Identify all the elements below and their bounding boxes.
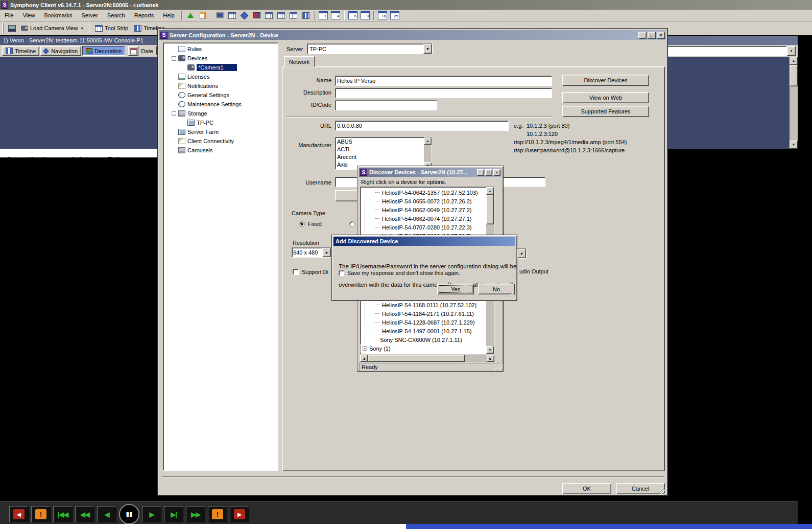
ok-button[interactable]: OK	[562, 483, 611, 494]
scroll-right-button[interactable]: ▶	[487, 355, 494, 362]
supported-features-button[interactable]: Supported Features	[562, 106, 649, 117]
tree-item-general-settings[interactable]: General Settings	[163, 90, 278, 100]
edit-button[interactable]	[197, 10, 208, 20]
tree-item-notifications[interactable]: Notifications	[163, 81, 278, 90]
chevron-down-icon[interactable]: ▼	[322, 248, 331, 257]
toolbar-grip[interactable]	[2, 24, 4, 33]
manufacturer-option[interactable]: ACTi	[337, 146, 432, 154]
view-on-web-button[interactable]: View on Web	[562, 92, 649, 103]
fast-rewind-button[interactable]: ◀◀	[75, 506, 94, 522]
name-input[interactable]	[335, 76, 552, 86]
tree-item-carousels[interactable]: Carousels	[163, 146, 278, 155]
menu-search[interactable]: Search	[103, 10, 130, 21]
device-row[interactable]: HeliosIP-54-0662-0049 (10.27.27.2)	[361, 205, 486, 214]
manufacturer-listbox[interactable]: ABUS ACTi Arecont Axis ▲ ▼	[335, 137, 432, 170]
tree-item-rules[interactable]: Rules	[163, 44, 278, 54]
expander-icon[interactable]: -	[172, 56, 176, 61]
manufacturer-option[interactable]: Arecont	[337, 154, 432, 162]
url-input[interactable]	[335, 121, 509, 131]
table-view-button[interactable]	[264, 10, 275, 20]
layout-16-button[interactable]: 16	[377, 10, 388, 20]
scroll-up-button[interactable]: ▲	[424, 137, 432, 145]
scrollbar-thumb[interactable]	[368, 355, 465, 362]
discover-devices-button[interactable]: Discover Devices	[562, 75, 649, 86]
menu-view[interactable]: View	[18, 10, 40, 21]
load-camera-view-dropdown[interactable]: Load Camera View ▼	[18, 22, 87, 34]
menu-reports[interactable]: Reports	[130, 10, 159, 21]
step-back-button[interactable]: ◀	[97, 506, 116, 522]
date-dropdown-button[interactable]: ▼	[787, 46, 796, 56]
no-button[interactable]: No	[478, 284, 515, 294]
menu-bookmarks[interactable]: Bookmarks	[39, 10, 77, 21]
tree-item-maintenance-settings[interactable]: Maintenance Settings	[163, 100, 278, 109]
camera-type-radio-2[interactable]	[349, 221, 355, 227]
menu-server[interactable]: Server	[77, 10, 102, 21]
skip-to-end-button[interactable]: ▶|	[164, 506, 183, 522]
resize-grip[interactable]	[660, 488, 667, 495]
device-group-sony[interactable]: +Sony (1)	[361, 344, 486, 353]
minimize-button[interactable]: _	[477, 169, 484, 176]
swap-view-button[interactable]	[251, 10, 262, 20]
save-camera-view-button[interactable]	[6, 23, 17, 33]
panel-calendar-button[interactable]	[128, 46, 138, 56]
navigate-button[interactable]	[239, 10, 250, 20]
expander-icon[interactable]: +	[363, 346, 367, 351]
close-button[interactable]: ×	[657, 32, 665, 39]
alarm-previous-button[interactable]: ◀	[9, 506, 29, 522]
fast-forward-button[interactable]: ▶▶	[186, 506, 205, 522]
minimize-button[interactable]: _	[638, 32, 647, 39]
tree-item-devices[interactable]: -Devices	[163, 54, 278, 63]
layout-1-button[interactable]: 1	[318, 10, 329, 20]
layout-6-button[interactable]: 6	[347, 10, 359, 20]
add-camera-button[interactable]	[185, 10, 196, 20]
device-row[interactable]: HeliosIP-54-0707-0280 (10.27.22.3)	[361, 223, 486, 232]
tree-item-storage[interactable]: -Storage	[163, 109, 278, 118]
scroll-down-button[interactable]: ▼	[486, 346, 494, 354]
close-button[interactable]: ×	[493, 169, 500, 176]
scrollbar-thumb[interactable]	[486, 195, 494, 224]
device-row[interactable]: HeliosIP-54-1228-0687 (10.27.1.229)	[361, 318, 486, 327]
tree-item-licenses[interactable]: Licenses	[163, 72, 278, 81]
yes-button[interactable]: Yes	[437, 284, 474, 294]
maximize-button[interactable]: □	[485, 169, 492, 176]
device-row[interactable]: HeliosIP-54-0642-1357 (10.27.52.103)	[361, 188, 486, 197]
description-input[interactable]	[335, 88, 552, 98]
table-view-3-button[interactable]	[288, 10, 299, 20]
scroll-up-button[interactable]: ▲	[790, 57, 798, 65]
device-list-hscrollbar[interactable]: ◀ ▶	[360, 355, 494, 362]
device-row[interactable]: HeliosIP-54-1497-0001 (10.27.1.15)	[361, 327, 486, 335]
panel-decoration-button[interactable]: Decoration	[82, 46, 125, 56]
panel-timeline-button[interactable]: Timeline	[2, 46, 39, 56]
device-row[interactable]: Sony SNC-CX600W (10.27.1.11)	[361, 335, 486, 344]
monitor-button[interactable]	[214, 10, 226, 20]
resize-grip[interactable]	[495, 363, 502, 370]
dialog-titlebar[interactable]: Add Discovered Device	[333, 237, 515, 246]
tree-item-camera1[interactable]: *Camera1	[163, 63, 278, 72]
tree-item-client-connectivity[interactable]: Client Connectivity	[163, 136, 278, 146]
scroll-down-button[interactable]: ▼	[790, 141, 798, 149]
manufacturer-option[interactable]: ABUS	[337, 139, 432, 146]
server-config-titlebar[interactable]: S Server Configuration - Server2N - Devi…	[159, 30, 666, 40]
tree-item-tp-pc[interactable]: TP-PC	[163, 118, 278, 127]
tree-item-server-farm[interactable]: Server Farm	[163, 127, 278, 136]
skip-to-start-button[interactable]: |◀◀	[53, 506, 73, 522]
grid-view-button[interactable]	[227, 10, 238, 20]
chevron-down-icon[interactable]: ▼	[517, 249, 526, 258]
layout-9-button[interactable]: 9	[360, 10, 371, 20]
tab-network[interactable]: Network	[284, 56, 315, 67]
expander-icon[interactable]: -	[172, 111, 176, 116]
menu-file[interactable]: File	[0, 10, 18, 21]
alarm-next-button[interactable]: ▶	[230, 506, 249, 522]
scrollbar-thumb[interactable]	[790, 65, 798, 86]
manufacturer-scrollbar[interactable]: ▲ ▼	[424, 137, 432, 169]
tool-strip-button[interactable]: Tool Strip	[92, 22, 131, 34]
warning-next-button[interactable]: !	[208, 506, 227, 522]
layout-25-button[interactable]: 25	[389, 10, 400, 20]
camera-type-fixed-radio[interactable]	[299, 221, 305, 227]
resolution-combobox[interactable]: 640 x 480 ▼	[292, 247, 331, 258]
scroll-left-button[interactable]: ◀	[360, 355, 368, 362]
maximize-button[interactable]: □	[648, 32, 656, 39]
video-scrollbar[interactable]: ▲ ▼	[790, 57, 798, 149]
device-row[interactable]: HeliosIP-54-0655-0072 (10.27.26.2)	[361, 197, 486, 205]
chevron-down-icon[interactable]: ▼	[423, 44, 432, 54]
